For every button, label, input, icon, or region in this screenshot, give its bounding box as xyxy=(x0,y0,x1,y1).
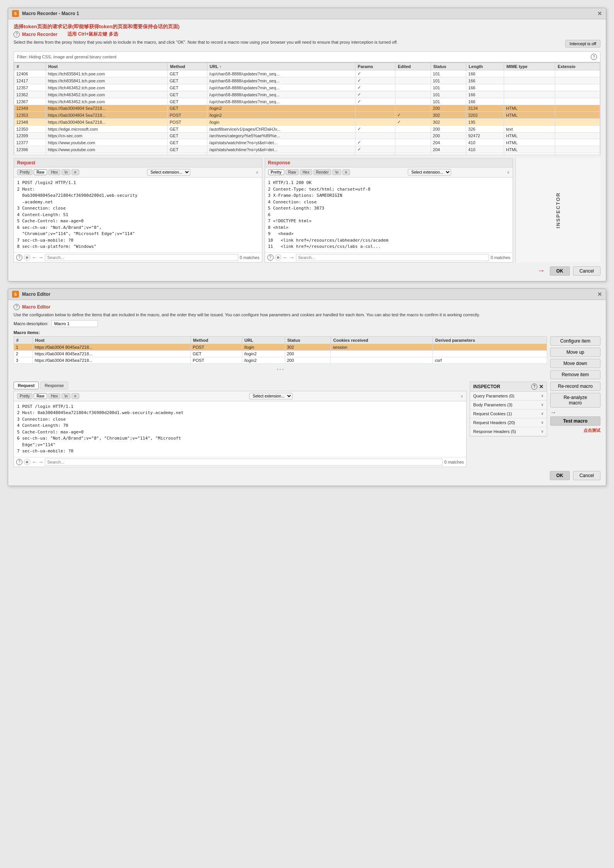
editor-close-icon[interactable]: ✕ xyxy=(597,292,602,297)
test-macro-button[interactable]: Test macro xyxy=(550,416,600,426)
cell-status: 200 xyxy=(431,105,466,112)
request-footer-settings[interactable]: ⊗ xyxy=(24,254,30,261)
cell-method: GET xyxy=(168,77,207,84)
editor-question-icon[interactable]: ? xyxy=(14,304,20,310)
request-footer-help[interactable]: ? xyxy=(16,254,22,261)
response-nav-forward[interactable]: → xyxy=(289,254,294,260)
move-up-button[interactable]: Move up xyxy=(550,348,600,357)
macro-right-buttons: Configure item Move up Move down Remove … xyxy=(550,336,600,379)
cell-url: /up/chan58-8888/updates?min_seq... xyxy=(207,91,355,98)
macro-desc-row: Macro description: xyxy=(14,320,600,327)
proxy-table-header-row: # Host Method URL ↑ Params Edited Status… xyxy=(14,63,600,70)
proxy-table-row[interactable]: 12399 https://cn-sec.com GET /archives/c… xyxy=(14,133,600,139)
move-down-button[interactable]: Move down xyxy=(550,359,600,368)
editor-tab-newline[interactable]: \n xyxy=(62,393,70,399)
proxy-table-row[interactable]: 12362 https://tch463452.tch.poe.com GET … xyxy=(14,91,600,98)
cell-ext xyxy=(555,70,600,77)
tab-raw[interactable]: Raw xyxy=(34,169,47,175)
editor-tab-hex[interactable]: Hex xyxy=(48,393,61,399)
resp-tab-raw[interactable]: Raw xyxy=(286,169,299,175)
proxy-table-row[interactable]: 12367 https://tch463452.tch.poe.com GET … xyxy=(14,98,600,105)
editor-ok-button[interactable]: OK xyxy=(550,471,570,480)
inspector-item[interactable]: Request Headers (20)∨ xyxy=(470,418,547,427)
tab-equals[interactable]: ≡ xyxy=(72,169,79,175)
inspector-item[interactable]: Query Parameters (0)∨ xyxy=(470,392,547,401)
proxy-table-row[interactable]: 12350 https://edge.microsoft.com GET /au… xyxy=(14,126,600,133)
resp-tab-render[interactable]: Render xyxy=(313,169,332,175)
intercept-button[interactable]: Intercept is off xyxy=(565,40,600,48)
proxy-table-row[interactable]: 12353 https://0ab3004804 5ea7218... POST… xyxy=(14,112,600,119)
inspector-item-label: Query Parameters (0) xyxy=(473,394,514,398)
request-panel-footer: ? ⊗ ← → 0 matches xyxy=(14,252,262,262)
request-search-input[interactable] xyxy=(45,254,238,261)
response-nav-back[interactable]: ← xyxy=(283,254,288,260)
reanalyze-button[interactable]: Re-analyze macro xyxy=(550,393,600,408)
cell-params: ✓ xyxy=(355,126,395,133)
response-search-input[interactable] xyxy=(296,254,489,261)
mcell-method: GET xyxy=(191,350,242,357)
resp-tab-newline[interactable]: \n xyxy=(332,169,341,175)
proxy-table-row[interactable]: 12417 https://tch835841.tch.poe.com GET … xyxy=(14,77,600,84)
recorder-inspector-panel: INSPECTOR xyxy=(515,158,600,263)
inspector-item[interactable]: Response Headers (5)∨ xyxy=(470,427,547,436)
request-nav-back[interactable]: ← xyxy=(32,254,37,260)
macro-table-row[interactable]: 1 https://0ab3004 8045ea7218... POST /lo… xyxy=(14,344,547,350)
recorder-cancel-button[interactable]: Cancel xyxy=(573,266,600,276)
macro-table-row[interactable]: 3 https://0ab3004 8045ea7218... POST /lo… xyxy=(14,357,547,363)
request-nav-forward[interactable]: → xyxy=(38,254,43,260)
response-tab-group: Pretty Raw Hex Render \n ≡ xyxy=(268,169,350,175)
macro-table-row[interactable]: 2 https://0ab3004 8045ea7218... GET /log… xyxy=(14,350,547,357)
proxy-table-row[interactable]: 12391 https://www.youtube.com GET /api/s… xyxy=(14,153,600,155)
rerecord-button[interactable]: Re-record macro xyxy=(550,382,600,391)
inspector-help[interactable]: ? xyxy=(531,384,537,390)
remove-item-button[interactable]: Remove item xyxy=(550,370,600,379)
editor-tab-raw[interactable]: Raw xyxy=(34,393,47,399)
resp-tab[interactable]: Response xyxy=(40,382,68,389)
editor-cancel-button[interactable]: Cancel xyxy=(573,471,600,480)
close-icon[interactable]: ✕ xyxy=(597,11,602,16)
tab-pretty[interactable]: Pretty xyxy=(17,169,32,175)
resp-tab-hex[interactable]: Hex xyxy=(300,169,312,175)
macro-desc-input[interactable] xyxy=(51,320,98,327)
question-icon[interactable]: ? xyxy=(14,31,20,38)
filter-help-icon[interactable]: ? xyxy=(591,54,597,60)
section-label: Macro Recorder xyxy=(22,32,57,37)
proxy-table-row[interactable]: 12357 https://tch463452.tch.poe.com GET … xyxy=(14,84,600,91)
response-ext-select[interactable]: Select extension... xyxy=(408,169,451,176)
editor-req-ext-select[interactable]: Select extension... xyxy=(249,393,292,399)
response-footer-help[interactable]: ? xyxy=(267,254,274,261)
editor-req-forward[interactable]: → xyxy=(38,459,43,465)
recorder-window-icon: 5 xyxy=(12,10,19,17)
editor-tab-pretty[interactable]: Pretty xyxy=(17,393,32,399)
editor-req-settings[interactable]: ⊗ xyxy=(24,459,30,465)
cell-mime xyxy=(504,91,555,98)
proxy-table-row[interactable]: 12349 https://0ab3004804 5ea7218... GET … xyxy=(14,105,600,112)
response-footer-settings[interactable]: ⊗ xyxy=(275,254,281,261)
inspector-close[interactable]: ✕ xyxy=(539,384,544,390)
tab-newline[interactable]: \n xyxy=(62,169,70,175)
editor-req-help[interactable]: ? xyxy=(16,459,22,465)
request-ext-select[interactable]: Select extension... xyxy=(147,169,190,176)
editor-window-icon: 5 xyxy=(12,291,19,298)
cell-length: 166 xyxy=(466,84,504,91)
proxy-table-row[interactable]: 12348 https://0ab3004804 5ea7218... POST… xyxy=(14,119,600,126)
editor-req-back[interactable]: ← xyxy=(32,459,37,465)
proxy-table-row[interactable]: 12406 https://tch835841.tch.poe.com GET … xyxy=(14,70,600,77)
recorder-ok-button[interactable]: OK xyxy=(550,266,570,276)
editor-titlebar: 5 Macro Editor ✕ xyxy=(8,289,606,300)
proxy-table-row[interactable]: 12377 https://www.youtube.com GET /api/s… xyxy=(14,139,600,146)
editor-ok-cancel-row: OK Cancel xyxy=(14,471,600,480)
cell-method: GET xyxy=(168,153,207,155)
configure-item-button[interactable]: Configure item xyxy=(550,336,600,346)
editor-search-input[interactable] xyxy=(45,459,443,466)
resp-tab-equals[interactable]: ≡ xyxy=(342,169,350,175)
inspector-item[interactable]: Body Parameters (3)∨ xyxy=(470,401,547,409)
cell-length: 92472 xyxy=(466,133,504,139)
cell-edited xyxy=(395,105,431,112)
req-tab[interactable]: Request xyxy=(14,382,39,389)
proxy-table-row[interactable]: 12396 https://www.youtube.com GET /api/s… xyxy=(14,146,600,153)
tab-hex[interactable]: Hex xyxy=(48,169,61,175)
inspector-item[interactable]: Request Cookies (1)∨ xyxy=(470,409,547,418)
editor-tab-equals[interactable]: ≡ xyxy=(72,393,79,399)
resp-tab-pretty[interactable]: Pretty xyxy=(268,169,284,175)
